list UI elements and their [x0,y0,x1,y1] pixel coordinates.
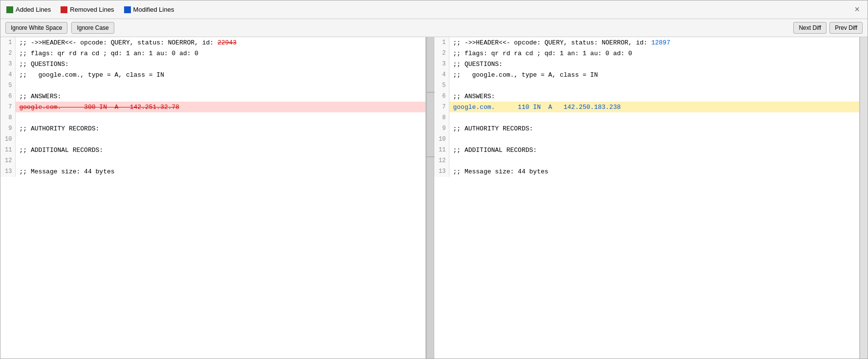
line-number: 12 [434,155,449,166]
line-content [15,80,425,91]
table-row: 9;; AUTHORITY RECORDS: [434,123,859,134]
table-row: 4;; google.com., type = A, class = IN [0,69,425,80]
line-content: ;; flags: qr rd ra cd ; qd: 1 an: 1 au: … [449,48,859,59]
line-content: ;; google.com., type = A, class = IN [449,69,859,80]
table-row: 6;; ANSWERS: [0,91,425,102]
table-row: 2;; flags: qr rd ra cd ; qd: 1 an: 1 au:… [0,48,425,59]
line-highlight: 12897 [651,39,670,46]
line-content: ;; ANSWERS: [449,91,859,102]
line-content: ;; google.com., type = A, class = IN [15,69,425,80]
line-content: ;; AUTHORITY RECORDS: [15,123,425,134]
right-scrollbar[interactable] [860,37,868,359]
line-text-before: ;; ->>HEADER<<- opcode: QUERY, status: N… [20,39,218,46]
table-row: 7google.com. 300 IN A 142.251.32.78 [0,102,425,112]
line-content: ;; ADDITIONAL RECORDS: [449,145,859,155]
prev-diff-button[interactable]: Prev Diff [829,22,863,34]
line-number: 5 [434,80,449,91]
line-number: 8 [434,112,449,123]
line-text-modified: google.com. 110 IN A 142.250.183.238 [453,104,621,111]
line-number: 3 [434,59,449,69]
line-number: 1 [0,37,15,48]
table-row: 10 [0,134,425,145]
diff-window: Added Lines Removed Lines Modified Lines… [0,0,868,359]
line-content: ;; ADDITIONAL RECORDS: [15,145,425,155]
line-content [15,155,425,166]
line-text-before: ;; ->>HEADER<<- opcode: QUERY, status: N… [453,39,652,46]
line-content: ;; QUESTIONS: [449,59,859,69]
line-content [15,112,425,123]
legend-bar: Added Lines Removed Lines Modified Lines… [0,0,868,19]
line-content: ;; ANSWERS: [15,91,425,102]
line-number: 8 [0,112,15,123]
line-number: 12 [0,155,15,166]
line-content: ;; ->>HEADER<<- opcode: QUERY, status: N… [449,37,859,48]
line-text-removed: google.com. 300 IN A 142.251.32.78 [20,104,180,111]
line-content: google.com. 110 IN A 142.250.183.238 [449,102,859,112]
table-row: 13;; Message size: 44 bytes [0,166,425,177]
table-row: 2;; flags: qr rd ra cd ; qd: 1 an: 1 au:… [434,48,859,59]
table-row: 11;; ADDITIONAL RECORDS: [0,145,425,155]
line-number: 4 [0,69,15,80]
line-content: ;; Message size: 44 bytes [15,166,425,177]
left-diff-pane[interactable]: 1;; ->>HEADER<<- opcode: QUERY, status: … [0,37,426,359]
line-content [449,134,859,145]
line-content: ;; QUESTIONS: [15,59,425,69]
line-number: 11 [434,145,449,155]
line-number: 5 [0,80,15,91]
line-content [449,80,859,91]
ignore-case-button[interactable]: Ignore Case [71,22,114,34]
line-content: ;; AUTHORITY RECORDS: [449,123,859,134]
modified-color-box [124,6,131,13]
table-row: 8 [0,112,425,123]
table-row: 3;; QUESTIONS: [434,59,859,69]
table-row: 13;; Message size: 44 bytes [434,166,859,177]
table-row: 4;; google.com., type = A, class = IN [434,69,859,80]
line-number: 3 [0,59,15,69]
line-content: ;; flags: qr rd ra cd ; qd: 1 an: 1 au: … [15,48,425,59]
removed-lines-legend: Removed Lines [61,6,114,13]
modified-lines-legend: Modified Lines [124,6,174,13]
line-content [449,155,859,166]
line-number: 6 [0,91,15,102]
ignore-whitespace-button[interactable]: Ignore White Space [5,22,67,34]
line-number: 4 [434,69,449,80]
table-row: 11;; ADDITIONAL RECORDS: [434,145,859,155]
table-row: 6;; ANSWERS: [434,91,859,102]
left-diff-table: 1;; ->>HEADER<<- opcode: QUERY, status: … [0,37,425,177]
line-number: 13 [434,166,449,177]
right-diff-table: 1;; ->>HEADER<<- opcode: QUERY, status: … [434,37,859,177]
removed-lines-label: Removed Lines [70,6,114,13]
table-row: 10 [434,134,859,145]
line-number: 11 [0,145,15,155]
close-button[interactable]: × [852,4,862,15]
line-content: ;; ->>HEADER<<- opcode: QUERY, status: N… [15,37,425,48]
modified-lines-label: Modified Lines [133,6,174,13]
line-number: 9 [434,123,449,134]
table-row: 8 [434,112,859,123]
line-number: 10 [434,134,449,145]
added-lines-label: Added Lines [16,6,51,13]
line-number: 2 [434,48,449,59]
line-content: google.com. 300 IN A 142.251.32.78 [15,102,425,112]
table-row: 5 [0,80,425,91]
table-row: 5 [434,80,859,91]
button-bar: Ignore White Space Ignore Case Next Diff… [0,19,868,37]
line-number: 10 [0,134,15,145]
line-number: 7 [0,102,15,112]
removed-color-box [61,6,67,13]
line-number: 1 [434,37,449,48]
line-content [449,112,859,123]
table-row: 1;; ->>HEADER<<- opcode: QUERY, status: … [0,37,425,48]
nav-buttons: Next Diff Prev Diff [793,22,863,34]
table-row: 3;; QUESTIONS: [0,59,425,69]
next-diff-button[interactable]: Next Diff [793,22,826,34]
line-number: 13 [0,166,15,177]
table-row: 12 [434,155,859,166]
table-row: 9;; AUTHORITY RECORDS: [0,123,425,134]
table-row: 7google.com. 110 IN A 142.250.183.238 [434,102,859,112]
line-content: ;; Message size: 44 bytes [449,166,859,177]
added-color-box [6,6,13,13]
line-highlight: 22943 [217,39,236,46]
diff-connector [426,37,434,359]
right-diff-pane[interactable]: 1;; ->>HEADER<<- opcode: QUERY, status: … [434,37,860,359]
